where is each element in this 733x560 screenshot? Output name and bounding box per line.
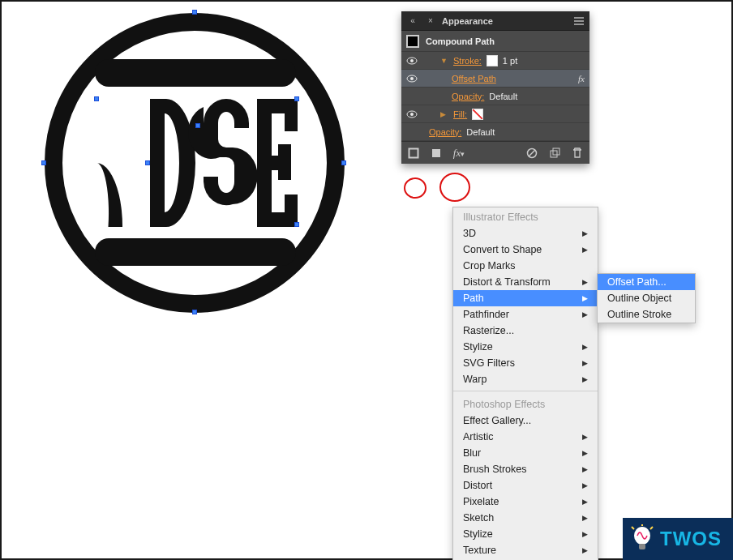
menu-item-convert-to-shape[interactable]: Convert to Shape▶ bbox=[453, 242, 598, 258]
menu-item-sketch[interactable]: Sketch▶ bbox=[453, 510, 598, 526]
submenu-arrow-icon: ▶ bbox=[582, 498, 588, 506]
svg-rect-8 bbox=[278, 144, 291, 180]
attribute-label[interactable]: Fill: bbox=[453, 109, 467, 119]
menu-item-texture[interactable]: Texture▶ bbox=[453, 542, 598, 558]
submenu-arrow-icon: ▶ bbox=[582, 343, 588, 351]
anchor-point[interactable] bbox=[94, 96, 99, 101]
menu-item-label: SVG Filters bbox=[463, 357, 515, 369]
submenu-arrow-icon: ▶ bbox=[582, 530, 588, 538]
add-stroke-button[interactable] bbox=[405, 145, 422, 161]
panel-menu-icon[interactable] bbox=[573, 17, 585, 25]
svg-line-18 bbox=[529, 150, 535, 156]
visibility-toggle[interactable] bbox=[406, 57, 419, 65]
menu-item-rasterize[interactable]: Rasterize... bbox=[453, 323, 598, 339]
svg-rect-20 bbox=[553, 148, 559, 155]
anchor-point[interactable] bbox=[294, 96, 299, 101]
menu-item-label: Sketch bbox=[463, 512, 494, 524]
top-bar bbox=[95, 59, 296, 87]
menu-item-label: Convert to Shape bbox=[463, 244, 542, 255]
submenu-arrow-icon: ▶ bbox=[582, 359, 588, 367]
anchor-point[interactable] bbox=[192, 10, 197, 15]
panel-footer: fx▾ bbox=[401, 141, 589, 164]
attribute-label[interactable]: Opacity: bbox=[429, 127, 461, 137]
visibility-toggle[interactable] bbox=[406, 75, 419, 83]
color-swatch[interactable] bbox=[472, 109, 483, 120]
menu-item-distort[interactable]: Distort▶ bbox=[453, 477, 598, 494]
anchor-point[interactable] bbox=[341, 160, 346, 165]
svg-point-12 bbox=[410, 77, 414, 80]
add-effect-button[interactable]: fx▾ bbox=[450, 145, 468, 161]
menu-item-label: Pixelate bbox=[463, 496, 499, 507]
menu-item-label: Texture bbox=[463, 545, 496, 556]
appearance-row-offset-path[interactable]: Offset Pathfx bbox=[401, 70, 589, 88]
attribute-label[interactable]: Offset Path bbox=[452, 74, 496, 83]
submenu-arrow-icon: ▶ bbox=[582, 514, 588, 522]
anchor-point[interactable] bbox=[294, 222, 299, 227]
panel-header: « × Appearance bbox=[401, 11, 589, 31]
attribute-value: 1 pt bbox=[503, 56, 517, 66]
menu-item-distort-transform[interactable]: Distort & Transform▶ bbox=[453, 274, 598, 290]
menu-section-header: Illustrator Effects bbox=[453, 207, 598, 225]
menu-item-stylize[interactable]: Stylize▶ bbox=[453, 339, 598, 355]
menu-item-crop-marks[interactable]: Crop Marks bbox=[453, 258, 598, 274]
anchor-point[interactable] bbox=[195, 123, 200, 128]
canvas-artwork[interactable] bbox=[45, 13, 345, 313]
menu-item-label: Outline Stroke bbox=[607, 309, 671, 320]
color-swatch[interactable] bbox=[487, 55, 498, 66]
anchor-point[interactable] bbox=[145, 160, 150, 165]
appearance-row-stroke-opac[interactable]: Opacity: Default bbox=[401, 88, 589, 105]
anchor-point[interactable] bbox=[192, 310, 197, 314]
anchor-point[interactable] bbox=[41, 160, 46, 165]
appearance-panel: « × Appearance Compound Path ▼Stroke: 1 … bbox=[401, 11, 589, 164]
appearance-row-stroke[interactable]: ▼Stroke: 1 pt bbox=[401, 52, 589, 70]
menu-item-blur[interactable]: Blur▶ bbox=[453, 445, 598, 461]
submenu-arrow-icon: ▶ bbox=[582, 465, 588, 473]
path-submenu: Offset Path...Outline ObjectOutline Stro… bbox=[597, 273, 696, 323]
menu-item-pixelate[interactable]: Pixelate▶ bbox=[453, 494, 598, 510]
menu-item-stylize[interactable]: Stylize▶ bbox=[453, 526, 598, 542]
appearance-row-obj-opac[interactable]: Opacity: Default bbox=[401, 123, 589, 141]
menu-item-artistic[interactable]: Artistic▶ bbox=[453, 429, 598, 445]
submenu-arrow-icon: ▶ bbox=[582, 546, 588, 554]
fx-icon[interactable]: fx bbox=[578, 74, 585, 83]
svg-rect-19 bbox=[551, 151, 557, 157]
attribute-label[interactable]: Stroke: bbox=[453, 56, 482, 66]
lightbulb-icon bbox=[631, 524, 654, 554]
menu-item-brush-strokes[interactable]: Brush Strokes▶ bbox=[453, 461, 598, 477]
panel-collapse-icon[interactable]: « bbox=[406, 16, 419, 25]
clear-appearance-button[interactable] bbox=[523, 145, 541, 161]
duplicate-item-button[interactable] bbox=[546, 145, 564, 161]
menu-item-label: Artistic bbox=[463, 431, 494, 442]
svg-rect-6 bbox=[285, 99, 298, 131]
delete-item-button[interactable] bbox=[568, 145, 586, 161]
menu-item-label: Warp bbox=[463, 374, 487, 385]
submenu-item-outline-object[interactable]: Outline Object bbox=[598, 290, 695, 306]
menu-item-svg-filters[interactable]: SVG Filters▶ bbox=[453, 355, 598, 371]
submenu-item-outline-stroke[interactable]: Outline Stroke bbox=[598, 306, 695, 323]
menu-item-label: 3D bbox=[463, 228, 476, 239]
svg-point-14 bbox=[410, 113, 414, 116]
attribute-value: Default bbox=[489, 92, 517, 101]
panel-close-icon[interactable]: × bbox=[424, 16, 437, 25]
menu-item-3d[interactable]: 3D▶ bbox=[453, 225, 598, 242]
object-type: Compound Path bbox=[426, 36, 495, 46]
submenu-arrow-icon: ▶ bbox=[582, 294, 588, 302]
menu-item-path[interactable]: Path▶ bbox=[453, 290, 598, 306]
attribute-value: Default bbox=[466, 127, 495, 137]
menu-item-pathfinder[interactable]: Pathfinder▶ bbox=[453, 306, 598, 323]
attribute-label[interactable]: Opacity: bbox=[452, 92, 484, 101]
visibility-toggle[interactable] bbox=[406, 110, 419, 118]
svg-rect-0 bbox=[122, 151, 147, 175]
menu-item-label: Crop Marks bbox=[463, 260, 516, 271]
bottom-bar bbox=[95, 238, 296, 266]
add-fill-button[interactable] bbox=[427, 145, 445, 161]
panel-title[interactable]: Appearance bbox=[442, 16, 493, 26]
appearance-row-fill[interactable]: ▶Fill: bbox=[401, 105, 589, 123]
submenu-item-offset-path[interactable]: Offset Path... bbox=[598, 274, 695, 290]
selected-object-row[interactable]: Compound Path bbox=[401, 31, 589, 52]
effects-menu: Illustrator Effects3D▶Convert to Shape▶C… bbox=[452, 207, 598, 560]
collapse-toggle[interactable]: ▼ bbox=[440, 57, 448, 65]
menu-item-effect-gallery[interactable]: Effect Gallery... bbox=[453, 413, 598, 429]
menu-item-warp[interactable]: Warp▶ bbox=[453, 371, 598, 387]
expand-toggle[interactable]: ▶ bbox=[440, 110, 448, 118]
